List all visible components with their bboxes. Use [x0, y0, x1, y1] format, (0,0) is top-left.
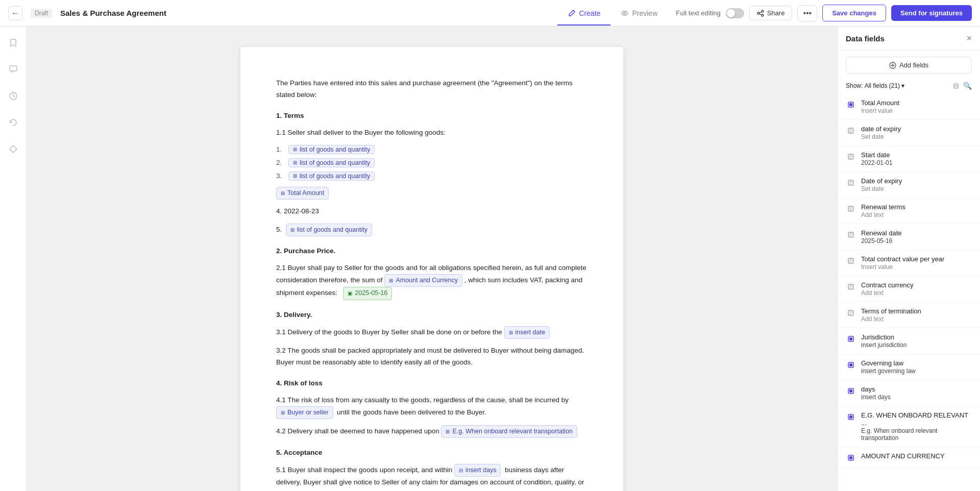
onboard-field[interactable]: ⊞ E.g. When onboard relevant transportat… [441, 425, 577, 438]
field-type-icon [846, 126, 856, 136]
svg-point-3 [757, 12, 760, 14]
field-item[interactable]: Jurisdiction insert jurisdiction [838, 328, 980, 354]
goods-field-1[interactable]: ⊞ list of goods and quantity [288, 145, 375, 154]
field-content: E.G. WHEN ONBOARD RELEVANT ... E.g. When… [861, 411, 972, 441]
field-name: Governing law [861, 359, 972, 367]
send-button[interactable]: Send for signatures [891, 5, 972, 21]
tab-group: Create Preview [557, 2, 668, 25]
section-1-heading: 1. Terms [276, 110, 587, 122]
insert-date-field[interactable]: ⊞ insert date [504, 326, 550, 339]
field-name: E.G. WHEN ONBOARD RELEVANT ... [861, 411, 972, 427]
date-line: 4. 2022-08-23 [276, 206, 587, 217]
field-value: insert days [861, 394, 972, 401]
section-4-para-2: 4.2 Delivery shall be deemed to have hap… [276, 425, 587, 438]
section-5-para-1: 5.1 Buyer shall inspect the goods upon r… [276, 464, 587, 491]
section-3-para-1: 3.1 Delivery of the goods to Buyer by Se… [276, 326, 587, 339]
section-1-para-1: 1.1 Seller shall deliver to the Buyer th… [276, 127, 587, 139]
goods-list: 1. ⊞ list of goods and quantity 2. ⊞ lis… [276, 145, 587, 181]
panel-header: Data fields × [838, 27, 980, 51]
section-4-para-1: 4.1 The risk of loss from any casualty t… [276, 395, 587, 419]
field-name: date of expiry [861, 125, 972, 133]
field-value: insert governing law [861, 367, 972, 375]
show-controls: ⊟ 🔍 [953, 82, 972, 90]
goods-field-3[interactable]: ⊞ list of goods and quantity [288, 171, 375, 181]
comment-icon[interactable] [5, 61, 21, 78]
field-type-icon [846, 453, 856, 463]
field-name: Start date [861, 151, 972, 159]
eye-icon [621, 9, 629, 17]
clock-icon[interactable] [5, 88, 21, 104]
field-name: Terms of termination [861, 307, 972, 315]
svg-rect-29 [849, 456, 852, 459]
goods-field-2[interactable]: ⊞ list of goods and quantity [288, 158, 375, 167]
filter-icon[interactable]: ⊟ [953, 82, 959, 90]
full-text-toggle[interactable] [726, 8, 744, 18]
share-icon [757, 10, 764, 17]
section-3-heading: 3. Delivery. [276, 309, 587, 321]
section-5-heading: 5. Acceptance [276, 447, 587, 459]
tab-preview[interactable]: Preview [610, 2, 668, 26]
field-content: Total contract value per year Insert val… [861, 255, 972, 271]
field-item[interactable]: days insert days [838, 380, 980, 406]
svg-line-6 [760, 14, 762, 15]
field-item[interactable]: Date of expiry Set date [838, 172, 980, 198]
field-name: AMOUNT AND CURRENCY [861, 452, 972, 460]
more-button[interactable]: ••• [797, 5, 817, 21]
field-value: 2025-05-16 [861, 237, 972, 244]
field-value: Set date [861, 185, 972, 192]
svg-rect-25 [849, 389, 852, 392]
field-item[interactable]: Start date 2022-01-01 [838, 146, 980, 172]
insert-days-field[interactable]: ⊟ insert days [454, 464, 501, 477]
pencil-icon [568, 9, 576, 17]
full-text-label: Full text editing [676, 9, 720, 17]
svg-rect-7 [10, 66, 17, 71]
field-item[interactable]: Terms of termination Add text [838, 302, 980, 328]
total-amount-field[interactable]: ⊞ Total Amount [276, 187, 329, 200]
goods-line-5: 5. ⊞ list of goods and quantity [276, 224, 587, 236]
field-value: Add text [861, 315, 972, 323]
back-button[interactable]: ← [8, 6, 22, 20]
svg-rect-11 [849, 103, 852, 106]
search-fields-icon[interactable]: 🔍 [963, 82, 972, 90]
panel-close-button[interactable]: × [966, 34, 972, 43]
add-fields-button[interactable]: Add fields [846, 57, 972, 73]
tab-create[interactable]: Create [557, 2, 610, 26]
field-name: Renewal terms [861, 203, 972, 211]
svg-rect-23 [849, 363, 852, 366]
svg-point-2 [762, 10, 764, 12]
field-type-icon [846, 412, 856, 422]
field-value: Set date [861, 133, 972, 140]
field-item[interactable]: Contract currency Add text [838, 276, 980, 302]
field-item[interactable]: AMOUNT AND CURRENCY [838, 447, 980, 469]
panel-title: Data fields [846, 34, 885, 43]
field-type-icon [846, 386, 856, 396]
bookmark-icon[interactable] [5, 35, 21, 51]
list-item: 3. ⊞ list of goods and quantity [276, 171, 587, 181]
buyer-seller-field[interactable]: ⊞ Buyer or seller [276, 406, 333, 419]
field-item[interactable]: date of expiry Set date [838, 120, 980, 146]
svg-point-4 [762, 14, 764, 16]
field-type-icon [846, 204, 856, 214]
diamond-icon[interactable] [5, 141, 21, 157]
goods-field-5[interactable]: ⊞ list of goods and quantity [286, 224, 372, 236]
amount-currency-field[interactable]: ⊞ Amount and Currency [384, 274, 462, 287]
field-item[interactable]: Governing law insert governing law [838, 354, 980, 380]
field-name: Total Amount [861, 99, 972, 107]
field-item[interactable]: Total Amount Insert value [838, 94, 980, 120]
save-button[interactable]: Save changes [822, 5, 886, 21]
add-icon [889, 62, 896, 69]
document-paper: The Parties have entered into this sales… [240, 47, 623, 491]
field-item[interactable]: Renewal terms Add text [838, 198, 980, 224]
field-item[interactable]: Total contract value per year Insert val… [838, 250, 980, 276]
field-content: Start date 2022-01-01 [861, 151, 972, 166]
svg-line-5 [760, 12, 762, 13]
field-item[interactable]: Renewal date 2025-05-16 [838, 224, 980, 250]
share-button[interactable]: Share [749, 6, 793, 20]
date-2025-field[interactable]: ▣ 2025-05-16 [343, 287, 392, 300]
topbar: ← Draft Sales & Purchase Agreement Creat… [0, 0, 980, 27]
field-content: AMOUNT AND CURRENCY [861, 452, 972, 460]
field-item[interactable]: E.G. WHEN ONBOARD RELEVANT ... E.g. When… [838, 406, 980, 447]
svg-rect-27 [849, 415, 852, 419]
history-icon[interactable] [5, 114, 21, 131]
field-name: Renewal date [861, 229, 972, 237]
